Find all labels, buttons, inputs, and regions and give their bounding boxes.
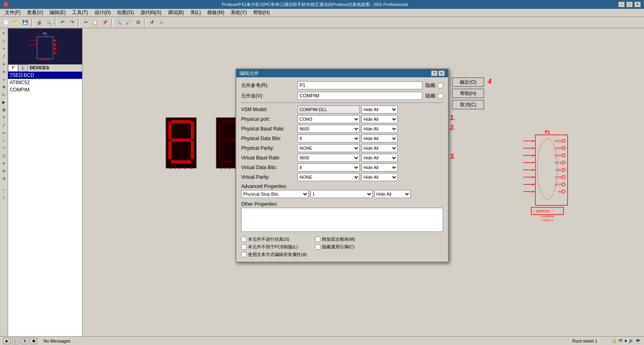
other-textarea[interactable] [241, 208, 443, 232]
menu-file[interactable]: 文件(F) [2, 8, 24, 17]
ok-button[interactable]: 确定(O) [452, 77, 484, 87]
label-icon[interactable]: A [0, 68, 8, 75]
baud-hide-select[interactable]: Hide All [361, 125, 398, 133]
menu-library[interactable]: 库(L) [187, 8, 204, 17]
menu-debug[interactable]: 调试(B) [165, 8, 187, 17]
terminal-icon[interactable]: ▷ [0, 91, 8, 98]
power-icon[interactable]: ⏚ [0, 76, 8, 83]
dialog-close-button[interactable]: ✕ [438, 70, 445, 76]
data-hide-select[interactable]: Hide All [361, 134, 398, 143]
zoom-out-btn[interactable]: 🔎 [124, 18, 133, 27]
mirror-h-icon[interactable]: ↔ [0, 186, 8, 194]
zoom-in-btn[interactable]: 🔍 [114, 18, 123, 27]
text-icon[interactable]: T [0, 114, 8, 121]
advanced-prop-select[interactable]: Physical Stop Bits Physical Flow Control [241, 190, 309, 198]
stop-btn[interactable]: ⏹ [30, 338, 37, 344]
dialog-help-button[interactable]: ? [431, 70, 438, 76]
virtual-parity-select[interactable]: NONE ODD EVEN [297, 173, 360, 181]
wire-icon[interactable]: ╱ [0, 53, 8, 60]
copy-btn[interactable]: 📋 [91, 18, 100, 27]
device-item-compim[interactable]: COMPIM [8, 86, 82, 93]
schematic-area[interactable]: U1 19 XTAL1 18 XTAL2 P0.0/AD0 39 [83, 28, 644, 336]
zoom-fit-btn[interactable]: ⊡ [134, 18, 142, 27]
port-icon[interactable]: ▶ [0, 99, 8, 106]
new-btn[interactable]: 📄 [2, 18, 10, 27]
physical-port-select[interactable]: COM3 COM1 COM2 COM4 [297, 115, 360, 123]
minimize-button[interactable]: ─ [618, 2, 625, 7]
menu-template[interactable]: 模板(M) [204, 8, 227, 17]
status-message: No Messages [43, 339, 70, 343]
physical-parity-select[interactable]: NONE ODD EVEN [297, 144, 360, 152]
redo-btn[interactable]: ↷ [68, 18, 76, 27]
vbaud-hide-select[interactable]: Hide All [361, 154, 398, 162]
select-icon[interactable]: ↖ [0, 30, 8, 37]
play-btn[interactable]: ▶ [3, 338, 10, 344]
p1-component[interactable]: P1 DCD DSR RXD RTS [523, 129, 576, 223]
rect-icon[interactable]: ▭ [0, 129, 8, 136]
ref-hidden-checkbox[interactable] [438, 83, 443, 88]
cancel-button[interactable]: 取消(C) [452, 100, 484, 109]
physical-data-select[interactable]: 8 7 [297, 134, 360, 143]
junction-icon[interactable]: + [0, 45, 8, 52]
parity-hide-select[interactable]: Hide All [361, 144, 398, 152]
hier-icon[interactable]: ⊞ [0, 106, 8, 114]
paste-btn[interactable]: 📌 [101, 18, 109, 27]
print-preview-btn[interactable]: 🔍 [44, 18, 53, 27]
no-pcb-checkbox[interactable] [241, 244, 246, 250]
cut-btn[interactable]: ✂ [81, 18, 90, 27]
step-btn[interactable]: ▷ [12, 338, 19, 344]
port-hide-select[interactable]: Hide All [361, 115, 398, 123]
menu-draw[interactable]: 绘图(G) [114, 8, 137, 17]
attach-module-checkbox[interactable] [315, 237, 320, 242]
component-icon[interactable]: □ [0, 37, 8, 45]
vparity-hide-select[interactable]: Hide All [361, 173, 398, 181]
help-button[interactable]: 帮助(H) [452, 89, 484, 98]
tab-l[interactable]: L [18, 64, 28, 72]
value-input[interactable] [297, 92, 422, 100]
no-sim-checkbox[interactable] [241, 237, 246, 242]
menu-edit[interactable]: 编辑(E) [46, 8, 69, 17]
ellipse-icon[interactable]: ○ [0, 137, 8, 144]
advanced-value-select[interactable]: 1 2 [310, 190, 373, 198]
rotate-cw-icon[interactable]: ↻ [0, 167, 8, 175]
script-icon[interactable]: ≡ [0, 160, 8, 167]
hide-common-checkbox[interactable] [315, 244, 320, 250]
menu-design[interactable]: 设计(D) [91, 8, 114, 17]
arc-icon[interactable]: ◠ [0, 145, 8, 152]
rotate-ccw-icon[interactable]: ↺ [0, 175, 8, 182]
vsm-hide-select[interactable]: Hide All [361, 105, 398, 114]
advanced-hide-select[interactable]: Hide All [374, 190, 411, 198]
svg-point-64 [562, 176, 565, 179]
physical-baud-select[interactable]: 9600 1200 2400 4800 19200 [297, 125, 360, 133]
menu-view[interactable]: 查看(V) [24, 8, 46, 17]
open-btn[interactable]: 📂 [11, 18, 20, 27]
vdata-hide-select[interactable]: Hide All [361, 163, 398, 171]
poly-icon[interactable]: ⬠ [0, 152, 8, 159]
value-hidden-checkbox[interactable] [438, 93, 443, 99]
mirror-btn[interactable]: ↔ [157, 18, 166, 27]
pause-btn[interactable]: ⏸ [21, 338, 28, 344]
menu-tools[interactable]: 工具(T) [69, 8, 91, 17]
virtual-data-select[interactable]: 8 7 [297, 163, 360, 171]
print-btn[interactable]: 🖨 [35, 18, 43, 27]
virtual-baud-select[interactable]: 9600 1200 2400 4800 19200 [297, 154, 360, 162]
save-btn[interactable]: 💾 [21, 18, 30, 27]
device-item-at89c52[interactable]: AT89C52 [8, 79, 82, 86]
use-text-checkbox[interactable] [241, 252, 246, 257]
mirror-v-icon[interactable]: ↕ [0, 194, 8, 201]
maximize-button[interactable]: □ [626, 2, 633, 7]
device-item-7seg[interactable]: 7SEG:BCD [8, 72, 82, 79]
probe-icon[interactable]: ⊕ [0, 83, 8, 91]
line-icon[interactable]: ╱ [0, 122, 8, 129]
close-button[interactable]: ✕ [634, 2, 641, 7]
ref-input[interactable] [297, 81, 422, 89]
menu-source[interactable]: 源代码(S) [137, 8, 165, 17]
seg-display-1[interactable] [165, 117, 197, 170]
rotate-btn[interactable]: ↺ [147, 18, 156, 27]
menu-help[interactable]: 帮助(H) [250, 8, 273, 17]
menu-system[interactable]: 系统(Y) [227, 8, 250, 17]
undo-btn[interactable]: ↶ [58, 18, 67, 27]
bus-icon[interactable]: ═ [0, 60, 8, 68]
tab-p[interactable]: P [8, 64, 18, 72]
hide-common-check-row: 隐藏通用引脚(C) [315, 244, 355, 250]
